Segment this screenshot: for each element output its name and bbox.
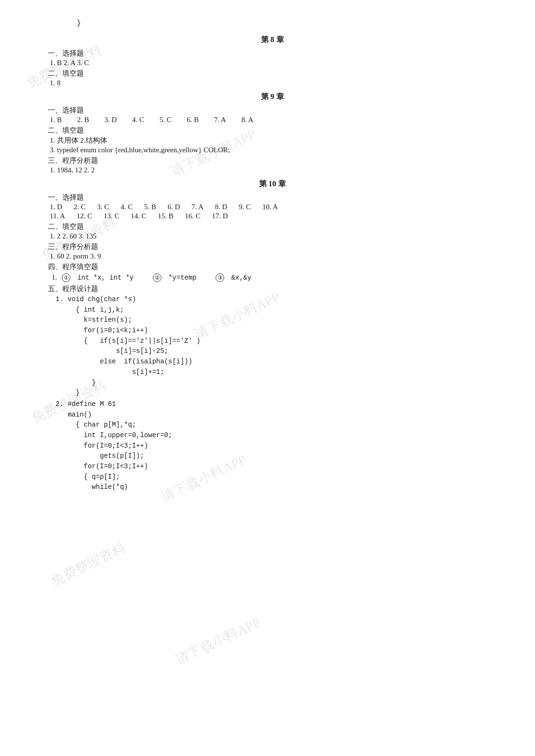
ch10-code1: 1. void chg(char *s) { int i,j,k; k=strl… — [56, 294, 497, 398]
ch10-ans-2: 2. C — [74, 203, 86, 211]
prog-fill-code3: &x,&y — [227, 274, 251, 282]
prog-fill-code1: int *x, int *y — [73, 274, 134, 282]
ch9-choice-answers: 1. B 2. B 3. D 4. C 5. C 6. B 7. A 8. A — [50, 116, 497, 124]
ch10-ans-17: 17. D — [212, 212, 228, 220]
ch9-title: 第 9 章 — [48, 92, 497, 102]
prog-fill-item-2: ② *y=temp — [153, 273, 196, 282]
watermark-7: 免费整理资料 — [48, 539, 128, 589]
ch10-ans-16: 16. C — [185, 212, 201, 220]
prog-fill-item-1: 1. ① int *x, int *y — [50, 272, 134, 282]
ch10-fill1: 1. 2 2. 60 3. 135 — [50, 232, 497, 240]
ch10-code2: 2. #define M 61 main() { char p[M],*q; i… — [56, 399, 497, 493]
ch10-ans-4: 4. C — [121, 203, 133, 211]
ch9-ans-8: 8. A — [241, 116, 253, 124]
prog-fill-circle1: ① — [62, 273, 70, 282]
ch10-ans-11: 11. A — [50, 212, 65, 220]
ch9-ans-6: 6. B — [187, 116, 199, 124]
ch9-section3: 三、程序分析题 — [48, 156, 497, 165]
ch8-answers2: 1. 8 — [50, 79, 497, 87]
prev-closing-brace: } — [77, 19, 497, 27]
ch10-choice-row2: 11. A 12. C 13. C 14. C 15. B 16. C 17. … — [50, 212, 497, 220]
ch8-title: 第 8 章 — [48, 35, 497, 45]
ch10-ans-15: 15. B — [158, 212, 174, 220]
watermark-8: 请下载小料APP — [173, 613, 264, 668]
ch9-section2: 二、填空题 — [48, 126, 497, 135]
ch10-ans-6: 6. D — [168, 203, 180, 211]
ch9-ans-3: 3. D — [104, 116, 117, 124]
ch10-ans-12: 12. C — [77, 212, 92, 220]
ch10-section1: 一、选择题 — [48, 193, 497, 202]
ch10-ans-8: 8. D — [215, 203, 228, 211]
ch10-section4: 四、程序填空题 — [48, 262, 497, 271]
ch9-fill2: 3. typedef enum color {red,blue,white,gr… — [50, 146, 497, 154]
ch9-ans-4: 4. C — [132, 116, 144, 124]
ch10-section5: 五、程序设计题 — [48, 284, 497, 293]
ch10-ans-3: 3. C — [97, 203, 109, 211]
ch8-section1: 一、选择题 — [48, 49, 497, 58]
ch10-ans-5: 5. B — [144, 203, 156, 211]
chapter-10: 第 10 章 一、选择题 1. D 2. C 3. C 4. C 5. B 6.… — [48, 179, 497, 493]
ch10-ans-1: 1. D — [50, 203, 62, 211]
chapter-8: 第 8 章 一、选择题 1. B 2. A 3. C 二、填空题 1. 8 — [48, 35, 497, 87]
ch8-answers1: 1. B 2. A 3. C — [50, 59, 497, 67]
ch10-ans-10: 10. A — [262, 203, 278, 211]
ch9-section1: 一、选择题 — [48, 106, 497, 115]
page-content: } 第 8 章 一、选择题 1. B 2. A 3. C 二、填空题 1. 8 … — [48, 19, 497, 493]
ch8-section2: 二、填空题 — [48, 69, 497, 78]
ch10-ans-13: 13. C — [103, 212, 119, 220]
prog-fill-circle2: ② — [153, 273, 161, 282]
ch9-fill1: 1. 共用体 2.结构体 — [50, 136, 497, 145]
ch9-ans-7: 7. A — [214, 116, 226, 124]
prog-fill-item-3: ③ &x,&y — [216, 273, 251, 282]
ch10-section2: 二、填空题 — [48, 222, 497, 231]
ch10-ans-7: 7. A — [192, 203, 204, 211]
prog-fill-circle3: ③ — [216, 273, 224, 282]
ch10-title: 第 10 章 — [48, 179, 497, 189]
ch10-prog1: 1. 60 2. porm 3. 9 — [50, 252, 497, 260]
ch9-ans-5: 5. C — [159, 116, 171, 124]
prog-fill-num1: 1. — [52, 273, 59, 282]
chapter-9: 第 9 章 一、选择题 1. B 2. B 3. D 4. C 5. C 6. … — [48, 92, 497, 174]
ch10-ans-14: 14. C — [131, 212, 147, 220]
ch10-prog-fill: 1. ① int *x, int *y ② *y=temp ③ &x,&y — [50, 272, 497, 282]
ch10-ans-9: 9. C — [239, 203, 251, 211]
ch9-prog1: 1. 1984, 12 2. 2 — [50, 166, 497, 174]
prog-fill-code2: *y=temp — [164, 274, 196, 282]
ch10-choice-row1: 1. D 2. C 3. C 4. C 5. B 6. D 7. A 8. D … — [50, 203, 497, 211]
ch9-ans-1: 1. B — [50, 116, 62, 124]
ch10-section3: 三、程序分析题 — [48, 242, 497, 251]
ch9-ans-2: 2. B — [77, 116, 89, 124]
